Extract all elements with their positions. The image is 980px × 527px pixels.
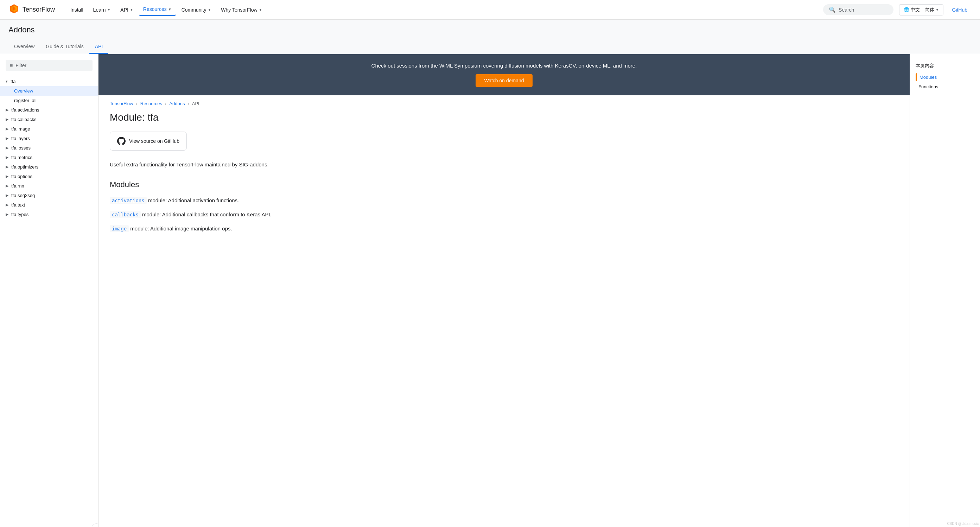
search-bar[interactable]: 🔍 Search — [823, 4, 894, 15]
sidebar-item-text[interactable]: ▶ tfa.text — [0, 200, 98, 210]
page-header: Addons Overview Guide & Tutorials API — [0, 20, 980, 54]
lang-arrow-icon: ▼ — [935, 8, 939, 12]
tfa-collapse-icon: ▾ — [6, 79, 8, 84]
resources-arrow-icon: ▼ — [168, 7, 172, 11]
callbacks-link[interactable]: callbacks — [110, 211, 141, 218]
learn-arrow-icon: ▼ — [107, 8, 110, 12]
brand-name: TensorFlow — [22, 6, 55, 13]
search-icon: 🔍 — [829, 6, 836, 13]
content-area: Check out sessions from the WiML Symposi… — [99, 54, 910, 527]
sidebar-item-register-all[interactable]: register_all — [0, 96, 98, 105]
sidebar-item-activations[interactable]: ▶ tfa.activations — [0, 105, 98, 115]
sidebar-item-metrics[interactable]: ▶ tfa.metrics — [0, 153, 98, 162]
sidebar-filter[interactable]: ≡ Filter — [6, 60, 92, 71]
right-toc: 本页内容 Modules Functions — [910, 54, 980, 527]
sidebar-item-optimizers[interactable]: ▶ tfa.optimizers — [0, 162, 98, 172]
sidebar-item-callbacks[interactable]: ▶ tfa.callbacks — [0, 115, 98, 124]
github-octocat-icon — [117, 137, 126, 145]
module-title: Module: tfa — [110, 112, 898, 123]
breadcrumb-addons[interactable]: Addons — [169, 101, 185, 106]
text-expand-icon: ▶ — [6, 203, 8, 207]
callbacks-expand-icon: ▶ — [6, 117, 8, 122]
options-expand-icon: ▶ — [6, 174, 8, 179]
losses-expand-icon: ▶ — [6, 146, 8, 150]
globe-icon: 🌐 — [904, 7, 909, 12]
watermark: CSDN @data.music — [947, 522, 978, 525]
nav-why[interactable]: Why TensorFlow ▼ — [217, 4, 266, 16]
api-arrow-icon: ▼ — [130, 8, 133, 12]
nav-api[interactable]: API ▼ — [116, 4, 137, 16]
breadcrumb-resources[interactable]: Resources — [140, 101, 162, 106]
sidebar-toggle-button[interactable]: ‹ — [91, 524, 99, 527]
tab-overview[interactable]: Overview — [8, 40, 40, 54]
breadcrumb-tensorflow[interactable]: TensorFlow — [110, 101, 133, 106]
tab-api[interactable]: API — [89, 40, 109, 54]
breadcrumb-api: API — [192, 101, 199, 106]
nav-community[interactable]: Community ▼ — [177, 4, 216, 16]
view-source-github-button[interactable]: View source on GitHub — [110, 132, 187, 151]
sidebar-item-options[interactable]: ▶ tfa.options — [0, 172, 98, 181]
sidebar-item-overview[interactable]: Overview — [0, 86, 98, 96]
optimizers-expand-icon: ▶ — [6, 165, 8, 169]
nav-resources[interactable]: Resources ▼ — [139, 3, 176, 16]
nav-links: Install Learn ▼ API ▼ Resources ▼ Commun… — [66, 3, 823, 16]
image-link[interactable]: image — [110, 225, 129, 232]
banner-text: Check out sessions from the WiML Symposi… — [107, 63, 901, 68]
github-link[interactable]: GitHub — [948, 5, 972, 15]
sidebar-item-seq2seq[interactable]: ▶ tfa.seq2seq — [0, 191, 98, 200]
why-arrow-icon: ▼ — [259, 8, 262, 12]
module-entry-image: image module: Additional image manipulat… — [110, 224, 898, 233]
sidebar-item-rnn[interactable]: ▶ tfa.rnn — [0, 181, 98, 191]
seq2seq-expand-icon: ▶ — [6, 193, 8, 198]
tab-guide[interactable]: Guide & Tutorials — [40, 40, 89, 54]
breadcrumb-sep-3: › — [188, 101, 189, 106]
sidebar: ≡ Filter ▾ tfa Overview register_all ▶ t… — [0, 54, 99, 527]
layers-expand-icon: ▶ — [6, 136, 8, 141]
activations-link[interactable]: activations — [110, 197, 147, 204]
sidebar-item-types[interactable]: ▶ tfa.types — [0, 210, 98, 219]
language-selector[interactable]: 🌐 中文 – 简体 ▼ — [899, 4, 943, 16]
filter-icon: ≡ — [10, 63, 13, 68]
watch-on-demand-button[interactable]: Watch on demand — [476, 74, 532, 87]
sidebar-item-layers[interactable]: ▶ tfa.layers — [0, 134, 98, 143]
main-layout: ≡ Filter ▾ tfa Overview register_all ▶ t… — [0, 54, 980, 527]
toc-item-functions[interactable]: Functions — [916, 83, 974, 91]
page-title: Addons — [8, 25, 972, 35]
nav-learn[interactable]: Learn ▼ — [89, 4, 115, 16]
nav-bar: TensorFlow Install Learn ▼ API ▼ Resourc… — [0, 0, 980, 20]
sidebar-item-tfa[interactable]: ▾ tfa — [0, 77, 98, 86]
breadcrumb: TensorFlow › Resources › Addons › API — [99, 96, 910, 112]
toc-item-modules[interactable]: Modules — [916, 73, 974, 81]
module-description: Useful extra functionality for TensorFlo… — [110, 161, 898, 169]
page-tabs: Overview Guide & Tutorials API — [8, 40, 972, 54]
tensorflow-logo-icon — [8, 4, 20, 16]
announcement-banner: Check out sessions from the WiML Symposi… — [99, 54, 910, 96]
breadcrumb-sep-2: › — [165, 101, 166, 106]
metrics-expand-icon: ▶ — [6, 155, 8, 160]
module-entry-activations: activations module: Additional activatio… — [110, 196, 898, 205]
sidebar-item-losses[interactable]: ▶ tfa.losses — [0, 143, 98, 153]
modules-section-title: Modules — [110, 180, 898, 189]
toc-header: 本页内容 — [916, 63, 974, 69]
doc-content: Module: tfa View source on GitHub Useful… — [99, 112, 910, 250]
sidebar-item-image[interactable]: ▶ tfa.image — [0, 124, 98, 134]
nav-install[interactable]: Install — [66, 4, 88, 16]
breadcrumb-sep-1: › — [136, 101, 137, 106]
rnn-expand-icon: ▶ — [6, 184, 8, 188]
activations-expand-icon: ▶ — [6, 108, 8, 112]
image-expand-icon: ▶ — [6, 127, 8, 131]
community-arrow-icon: ▼ — [208, 8, 211, 12]
logo-link[interactable]: TensorFlow — [8, 4, 55, 16]
types-expand-icon: ▶ — [6, 212, 8, 217]
module-entry-callbacks: callbacks module: Additional callbacks t… — [110, 210, 898, 219]
